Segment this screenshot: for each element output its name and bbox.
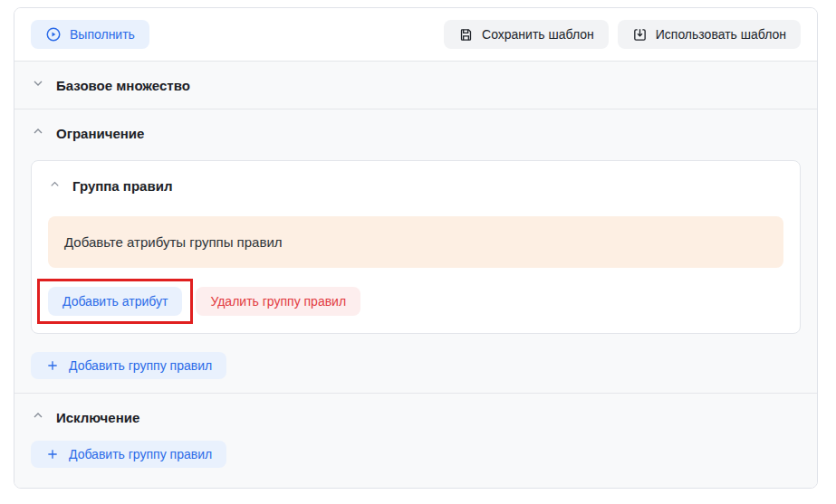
delete-rule-group-button[interactable]: Удалить группу правил [196,287,360,316]
run-button-label: Выполнить [70,28,135,41]
rule-group-toggle[interactable]: Группа правил [48,177,783,195]
play-circle-icon [45,26,62,43]
section-base-set: Базовое множество [14,61,817,109]
save-template-label: Сохранить шаблон [482,28,594,41]
chevron-up-icon [31,124,45,142]
base-set-title: Базовое множество [56,78,190,93]
run-button[interactable]: Выполнить [31,20,149,49]
exclusion-title: Исключение [56,410,139,425]
add-attribute-label: Добавить атрибут [62,295,168,308]
toolbar-right-group: Сохранить шаблон Использовать шаблон [444,20,801,49]
chevron-up-icon [48,177,62,195]
delete-rule-group-label: Удалить группу правил [210,295,346,308]
add-rule-group-label: Добавить группу правил [69,359,212,372]
use-template-label: Использовать шаблон [656,28,786,41]
chevron-up-icon [31,408,45,426]
chevron-down-icon [31,76,45,94]
query-builder-panel: Выполнить Сохранить шаблон [14,7,818,489]
rule-group-actions: Добавить атрибут Удалить группу правил [48,279,783,324]
use-template-button[interactable]: Использовать шаблон [618,20,801,49]
section-restriction: Ограничение Группа правил Добавьте атриб… [14,109,817,393]
restriction-toggle[interactable]: Ограничение [31,124,801,142]
notice-text: Добавьте атрибуты группы правил [64,234,283,250]
rule-group-card: Группа правил Добавьте атрибуты группы п… [31,160,801,334]
rule-group-title: Группа правил [72,178,172,194]
toolbar: Выполнить Сохранить шаблон [14,8,817,61]
restriction-title: Ограничение [56,126,144,141]
plus-icon [45,358,60,373]
base-set-toggle[interactable]: Базовое множество [31,76,801,94]
section-exclusion: Исключение Добавить группу правил [14,393,817,488]
add-attribute-button[interactable]: Добавить атрибут [48,287,182,316]
empty-attributes-notice: Добавьте атрибуты группы правил [48,216,783,268]
save-floppy-icon [458,27,474,43]
add-rule-group-label: Добавить группу правил [69,448,212,461]
add-rule-group-button-exclusion[interactable]: Добавить группу правил [31,441,226,468]
add-rule-group-button-restriction[interactable]: Добавить группу правил [31,352,226,379]
exclusion-toggle[interactable]: Исключение [31,408,801,426]
import-template-icon [632,27,648,43]
annotation-highlight: Добавить атрибут [37,279,193,324]
save-template-button[interactable]: Сохранить шаблон [444,20,609,49]
plus-icon [45,447,60,461]
